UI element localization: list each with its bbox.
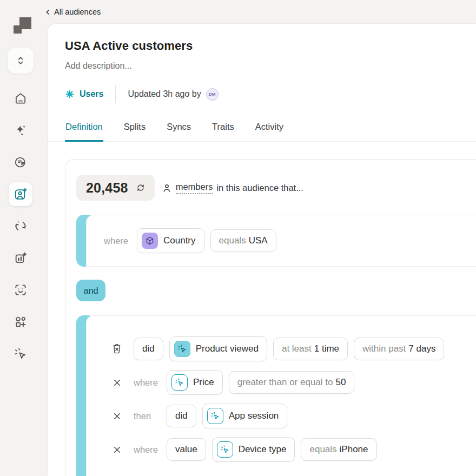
condition-row: thendidApp session (110, 404, 476, 428)
sidebar-item-home[interactable] (9, 87, 32, 110)
chip-text: Device type (239, 444, 287, 454)
condition-chip[interactable]: equalsUSA (210, 229, 276, 252)
condition-group-card: didProduct viewedat least1 timewithin pa… (86, 315, 476, 476)
updated-text: Updated 3h ago by (128, 89, 201, 99)
condition-chip[interactable]: greater than or equal to50 (229, 371, 355, 394)
condition-row: didProduct viewedat least1 timewithin pa… (110, 336, 476, 361)
journeys-icon (14, 219, 28, 233)
condition-chip[interactable]: did (167, 405, 196, 427)
condition-group: didProduct viewedat least1 timewithin pa… (76, 315, 476, 476)
chip-text: 7 days (408, 343, 435, 354)
condition-chip[interactable]: App session (202, 404, 288, 428)
chevron-left-icon (44, 9, 51, 16)
description-placeholder[interactable]: Add description... (65, 61, 476, 71)
chip-text: Price (193, 377, 214, 387)
condition-chip[interactable]: Price (167, 370, 223, 395)
tab-activity[interactable]: Activity (255, 122, 284, 142)
condition-chip[interactable]: did (134, 338, 163, 360)
users-asterisk-icon (65, 89, 75, 99)
home-icon (14, 91, 28, 105)
definition-card: 20,458 members in this audience that... … (65, 159, 476, 476)
chip-text: Country (163, 235, 196, 246)
sidebar-item-journeys[interactable] (9, 214, 32, 238)
members-link[interactable]: members (176, 182, 213, 194)
sparkle-icon (14, 123, 28, 137)
and-connector[interactable]: and (76, 280, 105, 301)
condition-prefix: where (134, 445, 161, 455)
meta-row: Users Updated 3h ago by DM (65, 85, 476, 103)
chip-text: did (175, 411, 188, 421)
property-cube-icon (142, 233, 158, 249)
condition-prefix: where (134, 378, 161, 388)
divider (115, 85, 116, 103)
condition-groups: whereCountryequalsUSAanddidProduct viewe… (65, 215, 476, 476)
refresh-icon (136, 183, 145, 192)
sidebar-item-assistant[interactable] (9, 118, 32, 142)
remove-condition-button[interactable] (110, 445, 123, 455)
chip-text: iPhone (340, 444, 368, 454)
chip-text: USA (249, 235, 268, 246)
chip-text: 50 (335, 377, 346, 387)
tab-splits[interactable]: Splits (123, 122, 146, 142)
condition-row: wherePricegreater than or equal to50 (110, 370, 476, 395)
members-sentence: members in this audience that... (162, 182, 303, 194)
trash-icon (111, 343, 123, 355)
chip-text: App session (229, 411, 279, 421)
event-icon (174, 341, 190, 357)
chip-text: within past (362, 343, 406, 354)
entity-type-label: Users (80, 89, 103, 99)
chip-text: equals (309, 444, 336, 454)
condition-chip[interactable]: within past7 days (354, 338, 444, 360)
member-count-row: 20,458 members in this audience that... (76, 175, 476, 201)
members-suffix: in this audience that... (216, 183, 303, 193)
chip-text: Product viewed (196, 343, 259, 354)
sidebar-item-recognition[interactable] (9, 278, 32, 302)
condition-chip[interactable]: at least1 time (273, 338, 348, 360)
app-window: All audiences USA Active customers Add d… (0, 0, 476, 476)
condition-row: whereCountryequalsUSA (104, 228, 476, 253)
face-scan-icon (14, 283, 28, 297)
condition-chip[interactable]: Country (137, 228, 204, 253)
chip-text: 1 time (314, 343, 339, 354)
back-to-audiences-link[interactable]: All audiences (44, 8, 101, 16)
sidebar-item-ai-tools[interactable] (9, 342, 32, 366)
sidebar-item-analytics[interactable] (9, 246, 32, 270)
refresh-count-button[interactable] (136, 183, 145, 192)
condition-chip[interactable]: Device type (212, 437, 295, 462)
close-icon (112, 378, 122, 388)
tab-syncs[interactable]: Syncs (166, 122, 191, 142)
sidebar (0, 0, 48, 476)
entity-type-link[interactable]: Users (65, 89, 103, 99)
tab-bar: DefinitionSplitsSyncsTraitsActivity (48, 122, 476, 142)
close-icon (112, 411, 122, 421)
avatar: DM (206, 88, 219, 101)
app-logo-icon (13, 16, 32, 35)
analytics-icon (14, 251, 28, 265)
member-count: 20,458 (86, 180, 128, 196)
condition-chip[interactable]: Product viewed (169, 336, 267, 361)
remove-condition-button[interactable] (110, 411, 123, 421)
sidebar-nav (9, 87, 32, 366)
sidebar-item-audiences[interactable] (9, 182, 32, 206)
condition-chip[interactable]: equalsiPhone (301, 438, 376, 461)
member-count-pill: 20,458 (76, 175, 155, 201)
chip-text: equals (219, 235, 246, 246)
delete-condition-button[interactable] (110, 343, 123, 355)
sidebar-item-apps[interactable] (9, 310, 32, 334)
tab-definition[interactable]: Definition (65, 122, 103, 142)
apps-icon (14, 315, 28, 329)
topbar: All audiences (44, 0, 476, 24)
user-icon (162, 183, 172, 193)
chip-text: value (175, 444, 197, 454)
sidebar-item-connections[interactable] (9, 150, 32, 174)
sources-icon (14, 155, 28, 169)
tab-traits[interactable]: Traits (211, 122, 235, 142)
event-icon (171, 374, 188, 391)
condition-chip[interactable]: value (167, 438, 206, 461)
remove-condition-button[interactable] (110, 378, 123, 388)
condition-group-card: whereCountryequalsUSA (86, 215, 476, 267)
chip-text: greater than or equal to (237, 377, 333, 387)
condition-prefix: then (134, 411, 161, 421)
workspace-switcher-button[interactable] (8, 48, 34, 74)
chip-text: did (142, 343, 155, 354)
